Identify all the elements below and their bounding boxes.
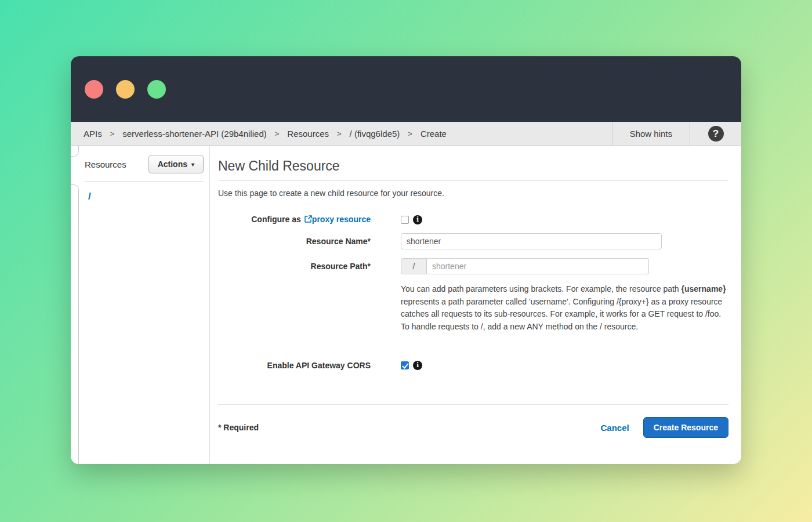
show-hints-label: Show hints bbox=[630, 129, 672, 139]
chevron-down-icon: ▾ bbox=[191, 161, 194, 168]
resource-path-control: / bbox=[401, 258, 649, 274]
breadcrumb-api-name[interactable]: serverless-shortener-API (29b4nilied) bbox=[122, 129, 266, 139]
sidebar-title: Resources bbox=[85, 160, 126, 169]
sidebar-divider bbox=[85, 181, 204, 182]
info-icon[interactable]: i bbox=[413, 361, 422, 370]
page-title: New Child Resource bbox=[218, 158, 728, 174]
intro-text: Use this page to create a new child reso… bbox=[218, 188, 728, 198]
proxy-resource-checkbox[interactable] bbox=[401, 216, 409, 224]
breadcrumb-separator: > bbox=[275, 129, 280, 138]
external-link-icon bbox=[304, 215, 312, 224]
resource-name-control bbox=[401, 233, 662, 249]
browser-window: APIs > serverless-shortener-API (29b4nil… bbox=[71, 56, 741, 464]
breadcrumb: APIs > serverless-shortener-API (29b4nil… bbox=[71, 122, 612, 146]
configure-as-control: i bbox=[401, 215, 422, 224]
minimize-window-button[interactable] bbox=[116, 80, 135, 99]
cors-row: Enable API Gateway CORS i bbox=[218, 360, 728, 370]
cors-label: Enable API Gateway CORS bbox=[218, 360, 371, 370]
create-resource-button[interactable]: Create Resource bbox=[643, 417, 728, 438]
breadcrumb-resources[interactable]: Resources bbox=[287, 129, 329, 139]
path-help-part2: represents a path parameter called 'user… bbox=[401, 297, 722, 331]
window-titlebar bbox=[71, 56, 741, 122]
resource-name-input[interactable] bbox=[401, 233, 662, 249]
show-hints-button[interactable]: Show hints bbox=[612, 122, 690, 146]
configure-as-label-text: Configure as bbox=[251, 215, 301, 224]
breadcrumb-separator: > bbox=[337, 129, 342, 138]
info-icon[interactable]: i bbox=[413, 215, 422, 224]
help-icon[interactable]: ? bbox=[708, 126, 724, 142]
required-note: * Required bbox=[218, 423, 259, 432]
path-help-part1: You can add path parameters using bracke… bbox=[401, 284, 682, 293]
footer-actions: Cancel Create Resource bbox=[601, 417, 728, 438]
cors-checkbox[interactable] bbox=[401, 361, 409, 369]
breadcrumb-bar: APIs > serverless-shortener-API (29b4nil… bbox=[71, 122, 741, 146]
form-footer: * Required Cancel Create Resource bbox=[218, 405, 728, 438]
main-pane: New Child Resource Use this page to crea… bbox=[210, 146, 741, 464]
breadcrumb-separator: > bbox=[110, 129, 115, 138]
resource-path-row: Resource Path* / bbox=[218, 258, 728, 274]
proxy-resource-link[interactable]: proxy resource bbox=[312, 215, 371, 224]
title-divider bbox=[218, 180, 728, 181]
help-cell: ? bbox=[690, 122, 741, 146]
breadcrumb-separator: > bbox=[408, 129, 412, 138]
cancel-button[interactable]: Cancel bbox=[601, 423, 629, 433]
close-window-button[interactable] bbox=[85, 80, 103, 99]
panel-edge-decoration bbox=[71, 184, 79, 464]
resource-name-row: Resource Name* bbox=[218, 233, 728, 249]
cors-control: i bbox=[401, 360, 422, 370]
breadcrumb-apis[interactable]: APIs bbox=[84, 129, 102, 139]
actions-button-label: Actions bbox=[158, 160, 187, 169]
configure-as-label: Configure asproxy resource bbox=[218, 215, 371, 224]
zoom-window-button[interactable] bbox=[147, 80, 166, 99]
sidebar-header: Resources Actions ▾ bbox=[71, 146, 209, 173]
resource-path-label: Resource Path* bbox=[218, 258, 371, 274]
path-prefix-addon: / bbox=[401, 258, 427, 274]
breadcrumb-create: Create bbox=[420, 129, 447, 139]
path-help-bold: {username} bbox=[682, 284, 726, 293]
resource-path-input[interactable] bbox=[427, 258, 649, 274]
console-content: Resources Actions ▾ / New Child Resource… bbox=[71, 146, 741, 464]
path-help-text: You can add path parameters using bracke… bbox=[401, 283, 727, 333]
resource-name-label: Resource Name* bbox=[218, 233, 371, 249]
configure-as-row: Configure asproxy resource i bbox=[218, 215, 728, 224]
actions-dropdown-button[interactable]: Actions ▾ bbox=[148, 155, 204, 173]
breadcrumb-root-resource[interactable]: / (fivqg6lde5) bbox=[350, 129, 400, 139]
resources-sidebar: Resources Actions ▾ / bbox=[71, 146, 210, 464]
